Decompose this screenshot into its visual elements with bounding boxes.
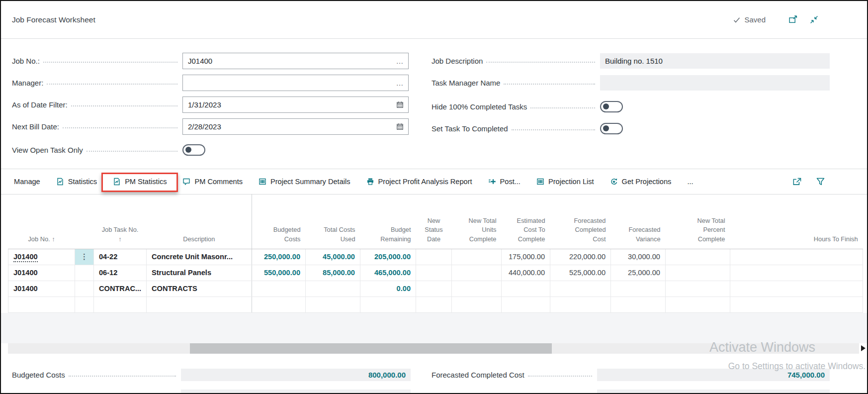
cell-hours-to-finish[interactable] — [730, 265, 863, 281]
cell-job-no[interactable]: J01400 — [8, 249, 75, 265]
toolbar-get-projections[interactable]: Get Projections — [602, 178, 680, 186]
collapse-icon[interactable] — [810, 15, 818, 24]
column-header-total-costs-used[interactable]: Total Costs Used — [306, 194, 360, 249]
cell-job-no[interactable] — [8, 296, 75, 312]
scrollbar-thumb[interactable] — [190, 343, 552, 354]
column-header-estimated-cost-to-complete[interactable]: Estimated Cost To Complete — [502, 194, 550, 249]
input-job-no[interactable] — [183, 57, 391, 65]
cell-new-total-percent-complete[interactable] — [666, 281, 730, 296]
table-row — [8, 296, 863, 312]
cell-new-total-percent-complete[interactable] — [666, 249, 730, 265]
column-header-job-task-no[interactable]: Job Task No. ↑ — [94, 194, 147, 249]
cell-new-total-units-complete[interactable] — [452, 265, 502, 281]
cell-description[interactable] — [147, 296, 252, 312]
cell-new-status-date[interactable] — [416, 265, 452, 281]
toolbar-manage[interactable]: Manage — [12, 178, 48, 186]
cell-hours-to-finish[interactable] — [730, 296, 863, 312]
cell-job-task-no[interactable]: CONTRAC... — [94, 281, 147, 296]
toolbar-pm-statistics[interactable]: PM Statistics — [105, 178, 174, 186]
cell-budget-remaining[interactable]: 465,000.00 — [360, 265, 416, 281]
column-header-budgeted-costs[interactable]: Budgeted Costs — [252, 194, 306, 249]
toolbar-pm-comments[interactable]: PM Comments — [174, 178, 251, 186]
cell-description[interactable]: CONTRACTS — [147, 281, 252, 296]
toolbar-project-summary-details[interactable]: Project Summary Details — [251, 178, 358, 186]
cell-new-total-percent-complete[interactable] — [666, 296, 730, 312]
filter-icon[interactable] — [816, 177, 825, 186]
cell-forecasted-variance[interactable] — [611, 296, 666, 312]
cell-estimated-cost-to-complete[interactable] — [502, 296, 550, 312]
cell-forecasted-completed-cost[interactable] — [550, 281, 611, 296]
cell-new-total-units-complete[interactable] — [452, 296, 502, 312]
toolbar-projection-list[interactable]: Projection List — [528, 178, 602, 186]
row-menu-cell[interactable] — [75, 265, 94, 281]
scroll-right-arrow[interactable] — [861, 345, 866, 351]
column-header-hours-to-finish[interactable]: Hours To Finish — [730, 194, 863, 249]
cell-new-total-units-complete[interactable] — [452, 249, 502, 265]
cell-forecasted-variance[interactable] — [611, 281, 666, 296]
cell-total-costs-used[interactable]: 85,000.00 — [306, 265, 360, 281]
row-menu-button[interactable]: ⋮ — [75, 249, 94, 265]
column-header-budget-remaining[interactable]: Budget Remaining — [360, 194, 416, 249]
input-manager[interactable] — [183, 79, 391, 87]
cell-budgeted-costs[interactable]: 250,000.00 — [252, 249, 306, 265]
lookup-ellipsis-button[interactable]: … — [391, 79, 408, 87]
cell-total-costs-used[interactable] — [306, 281, 360, 296]
cell-estimated-cost-to-complete[interactable] — [502, 281, 550, 296]
column-header-description[interactable]: Description — [147, 194, 252, 249]
toolbar-statistics[interactable]: Statistics — [48, 178, 105, 186]
cell-budget-remaining[interactable]: 0.00 — [360, 281, 416, 296]
cell-forecasted-completed-cost[interactable]: 220,000.00 — [550, 249, 611, 265]
cell-forecasted-variance[interactable]: 30,000.00 — [611, 249, 666, 265]
toolbar-project-profit-analysis-report[interactable]: Project Profit Analysis Report — [358, 178, 480, 186]
cell-budgeted-costs[interactable]: 550,000.00 — [252, 265, 306, 281]
cell-total-costs-used[interactable] — [306, 296, 360, 312]
cell-estimated-cost-to-complete[interactable]: 440,000.00 — [502, 265, 550, 281]
column-header-new-total-percent-complete[interactable]: New Total Percent Complete — [666, 194, 730, 249]
input-next-bill-date[interactable] — [183, 122, 391, 131]
cell-new-status-date[interactable] — [416, 249, 452, 265]
total-forecasted-completed-cost-label: Forecasted Completed Cost — [432, 371, 524, 379]
input-as-of-date-filter[interactable] — [183, 100, 391, 109]
column-header-new-status-date[interactable]: New Status Date — [416, 194, 452, 249]
cell-new-status-date[interactable] — [416, 281, 452, 296]
cell-forecasted-variance[interactable]: 25,000.00 — [611, 265, 666, 281]
toggle-hide-100-completed-tasks[interactable] — [600, 101, 623, 112]
cell-hours-to-finish[interactable] — [730, 281, 863, 296]
cell-budget-remaining[interactable]: 205,000.00 — [360, 249, 416, 265]
cell-job-task-no[interactable] — [94, 296, 147, 312]
row-menu-cell[interactable] — [75, 281, 94, 296]
cell-forecasted-completed-cost[interactable]: 525,000.00 — [550, 265, 611, 281]
cell-hours-to-finish[interactable] — [730, 249, 863, 265]
cell-job-task-no[interactable]: 04-22 — [94, 249, 147, 265]
cell-estimated-cost-to-complete[interactable]: 175,000.00 — [502, 249, 550, 265]
cell-forecasted-completed-cost[interactable] — [550, 296, 611, 312]
calendar-icon[interactable] — [391, 101, 408, 108]
column-header-forecasted-variance[interactable]: Forecasted Variance — [611, 194, 666, 249]
column-header-new-total-units-complete[interactable]: New Total Units Complete — [452, 194, 502, 249]
partial-field-right — [597, 390, 830, 394]
column-header-forecasted-completed-cost[interactable]: Forecasted Completed Cost — [550, 194, 611, 249]
share-icon[interactable] — [792, 177, 802, 186]
toggle-view-open-task-only[interactable] — [182, 144, 205, 156]
cell-description[interactable]: Structural Panels — [147, 265, 252, 281]
row-menu-cell[interactable] — [75, 296, 94, 312]
cell-job-no[interactable]: J01400 — [8, 265, 75, 281]
toggle-set-task-to-completed[interactable] — [600, 123, 623, 134]
toolbar-more-options[interactable]: ... — [679, 178, 701, 186]
cell-new-total-percent-complete[interactable] — [666, 265, 730, 281]
cell-job-task-no[interactable]: 06-12 — [94, 265, 147, 281]
lookup-ellipsis-button[interactable]: … — [391, 57, 408, 65]
cell-total-costs-used[interactable]: 45,000.00 — [306, 249, 360, 265]
cell-new-status-date[interactable] — [416, 296, 452, 312]
column-header-job-no[interactable]: Job No. ↑ — [8, 194, 75, 249]
cell-budget-remaining[interactable] — [360, 296, 416, 312]
cell-budgeted-costs[interactable] — [252, 281, 306, 296]
open-in-new-window-icon[interactable] — [788, 15, 798, 24]
calendar-icon[interactable] — [391, 123, 408, 130]
cell-new-total-units-complete[interactable] — [452, 281, 502, 296]
horizontal-scrollbar[interactable] — [8, 343, 859, 354]
cell-description[interactable]: Concrete Unit Masonr... — [147, 249, 252, 265]
cell-budgeted-costs[interactable] — [252, 296, 306, 312]
cell-job-no[interactable]: J01400 — [8, 281, 75, 296]
toolbar-post[interactable]: Post... — [480, 178, 528, 186]
